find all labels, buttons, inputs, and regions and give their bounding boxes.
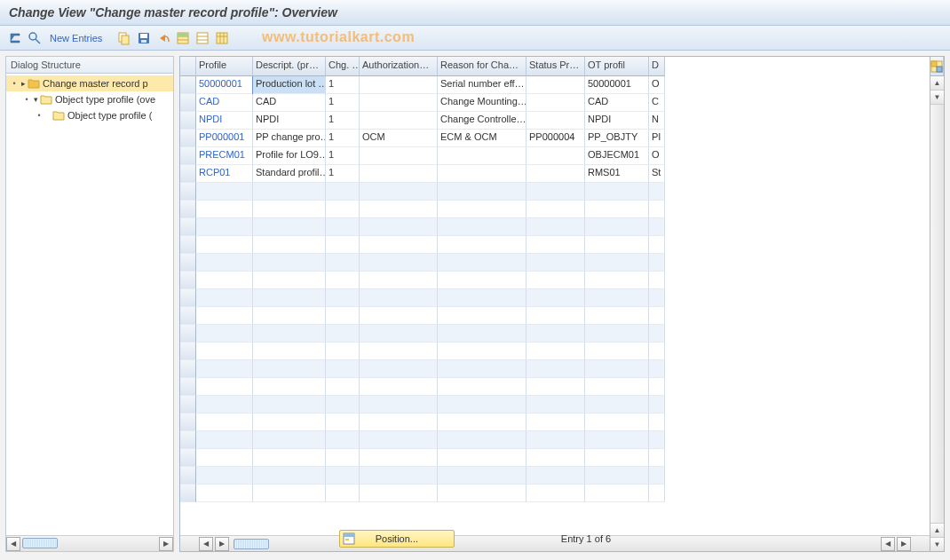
column-header[interactable]: OT profil xyxy=(585,57,649,76)
table-cell[interactable]: Production lot … xyxy=(253,76,326,94)
table-cell[interactable] xyxy=(526,343,585,360)
table-cell[interactable] xyxy=(253,201,326,218)
table-cell[interactable] xyxy=(196,272,253,289)
table-cell[interactable] xyxy=(649,378,665,396)
find-icon[interactable] xyxy=(27,30,43,46)
copy-icon[interactable] xyxy=(116,30,132,46)
table-cell[interactable] xyxy=(196,254,253,272)
column-header[interactable]: Chg. … xyxy=(326,57,360,76)
table-cell[interactable]: N xyxy=(649,112,665,130)
table-cell[interactable] xyxy=(360,94,438,112)
row-selector[interactable] xyxy=(180,165,196,183)
table-cell[interactable]: CAD xyxy=(196,94,253,112)
column-header[interactable]: Profile xyxy=(196,57,253,76)
deselect-all-icon[interactable] xyxy=(194,30,210,46)
table-cell[interactable] xyxy=(196,378,253,396)
table-cell[interactable]: NPDI xyxy=(585,112,649,130)
table-cell[interactable] xyxy=(585,360,649,378)
row-selector[interactable] xyxy=(180,236,196,254)
table-cell[interactable]: C xyxy=(649,94,665,112)
table-cell[interactable] xyxy=(526,94,585,112)
table-cell[interactable] xyxy=(253,325,326,343)
table-cell[interactable] xyxy=(360,272,438,289)
row-selector[interactable] xyxy=(180,307,196,325)
table-cell[interactable] xyxy=(360,325,438,343)
table-cell[interactable] xyxy=(196,414,253,431)
table-cell[interactable] xyxy=(526,112,585,130)
table-row[interactable]: 50000001Production lot …1Serial number e… xyxy=(180,76,930,94)
table-row-empty[interactable] xyxy=(180,289,930,307)
table-cell[interactable] xyxy=(649,201,665,218)
table-row-empty[interactable] xyxy=(180,307,930,325)
table-cell[interactable]: 1 xyxy=(326,165,360,183)
table-cell[interactable]: NPDI xyxy=(196,112,253,130)
table-cell[interactable]: PP000004 xyxy=(526,130,585,147)
column-header[interactable]: Status Pr… xyxy=(526,57,585,76)
table-cell[interactable] xyxy=(585,218,649,236)
table-cell[interactable] xyxy=(438,343,526,360)
table-cell[interactable] xyxy=(360,360,438,378)
row-selector[interactable] xyxy=(180,289,196,307)
table-cell[interactable] xyxy=(585,272,649,289)
row-selector[interactable] xyxy=(180,431,196,449)
table-row-empty[interactable] xyxy=(180,485,930,502)
table-cell[interactable] xyxy=(438,307,526,325)
table-cell[interactable] xyxy=(526,396,585,414)
table-row-empty[interactable] xyxy=(180,325,930,343)
position-button[interactable]: Position... xyxy=(339,530,455,548)
table-cell[interactable] xyxy=(253,485,326,502)
table-cell[interactable] xyxy=(253,396,326,414)
table-cell[interactable] xyxy=(649,414,665,431)
table-cell[interactable] xyxy=(253,467,326,485)
table-cell[interactable] xyxy=(526,307,585,325)
table-cell[interactable] xyxy=(649,396,665,414)
table-cell[interactable]: 1 xyxy=(326,94,360,112)
table-cell[interactable] xyxy=(360,307,438,325)
table-cell[interactable] xyxy=(326,218,360,236)
table-cell[interactable]: Change Controlle… xyxy=(438,112,526,130)
row-selector[interactable] xyxy=(180,467,196,485)
table-cell[interactable]: PP000001 xyxy=(196,130,253,147)
table-cell[interactable]: OBJECM01 xyxy=(585,147,649,165)
table-cell[interactable] xyxy=(585,254,649,272)
table-cell[interactable] xyxy=(526,236,585,254)
table-cell[interactable] xyxy=(585,289,649,307)
table-cell[interactable] xyxy=(196,218,253,236)
table-cell[interactable]: PRECM01 xyxy=(196,147,253,165)
table-cell[interactable] xyxy=(253,236,326,254)
table-cell[interactable] xyxy=(438,449,526,467)
table-cell[interactable]: 1 xyxy=(326,147,360,165)
table-cell[interactable] xyxy=(360,467,438,485)
table-cell[interactable] xyxy=(649,236,665,254)
table-cell[interactable] xyxy=(585,414,649,431)
table-cell[interactable] xyxy=(326,360,360,378)
table-cell[interactable] xyxy=(196,289,253,307)
table-cell[interactable] xyxy=(326,431,360,449)
table-cell[interactable] xyxy=(585,467,649,485)
table-cell[interactable]: PP change pro… xyxy=(253,130,326,147)
table-cell[interactable]: CAD xyxy=(585,94,649,112)
table-cell[interactable] xyxy=(326,236,360,254)
table-row-empty[interactable] xyxy=(180,431,930,449)
table-cell[interactable] xyxy=(649,431,665,449)
table-cell[interactable] xyxy=(196,467,253,485)
table-cell[interactable]: Serial number eff… xyxy=(438,76,526,94)
table-cell[interactable] xyxy=(326,414,360,431)
table-cell[interactable]: ECM & OCM xyxy=(438,130,526,147)
table-cell[interactable] xyxy=(526,165,585,183)
table-cell[interactable] xyxy=(360,431,438,449)
table-cell[interactable] xyxy=(253,272,326,289)
table-settings-icon[interactable] xyxy=(214,30,230,46)
table-vertical-scrollbar[interactable]: ▲ ▼ ▲ ▼ xyxy=(930,56,945,552)
table-cell[interactable] xyxy=(649,183,665,201)
table-cell[interactable] xyxy=(360,165,438,183)
table-row-empty[interactable] xyxy=(180,201,930,218)
table-cell[interactable] xyxy=(360,289,438,307)
table-cell[interactable] xyxy=(585,325,649,343)
table-cell[interactable] xyxy=(438,147,526,165)
table-cell[interactable]: Profile for LO9… xyxy=(253,147,326,165)
select-all-icon[interactable] xyxy=(175,30,191,46)
table-row-empty[interactable] xyxy=(180,449,930,467)
table-cell[interactable] xyxy=(196,307,253,325)
table-cell[interactable] xyxy=(326,485,360,502)
